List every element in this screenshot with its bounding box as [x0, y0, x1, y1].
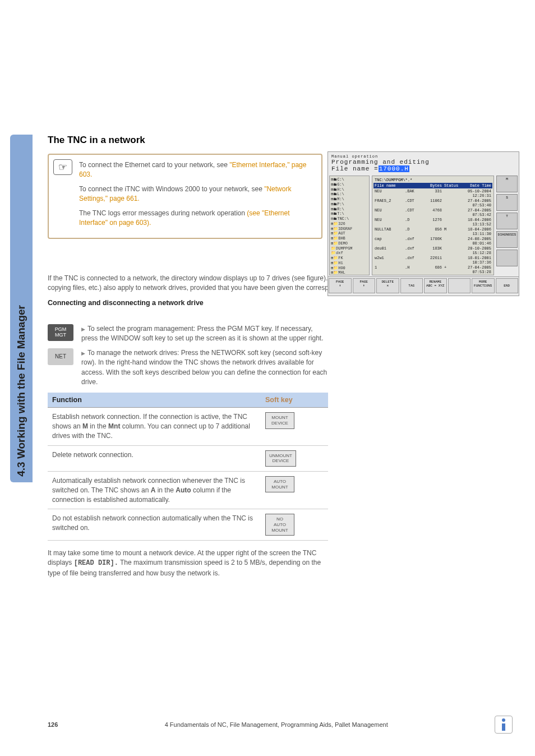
- sim-list-header: File name Bytes Status Date Time: [373, 183, 492, 188]
- note-para-1: To connect the Ethernet card to your net…: [79, 160, 315, 180]
- sim-side-button[interactable]: M: [496, 176, 518, 192]
- file-row[interactable]: deu01.dxf183K20-10-2005 15:12:28: [373, 246, 492, 255]
- note-para-2: To connect the iTNC with Windows 2000 to…: [79, 185, 315, 204]
- softkey-button[interactable]: AUTO MOUNT: [265, 476, 294, 492]
- function-table: Function Soft key Establish network conn…: [48, 393, 328, 541]
- tree-item[interactable]: ⊞🖿P:\: [331, 202, 368, 207]
- info-icon[interactable]: [495, 716, 513, 734]
- softkey-button[interactable]: MOUNT DEVICE: [265, 412, 294, 428]
- function-desc: Automatically establish network connecti…: [48, 471, 261, 509]
- sim-softkey[interactable]: MOREFUNCTIONS: [472, 278, 495, 293]
- softkey-cell: UNMOUNT DEVICE: [261, 445, 328, 471]
- sim-body: ⊞🖿C:\⊞🖿G:\⊞🖿H:\⊞🖿L:\⊞🖿M:\⊞🖿P:\⊞🖿R:\⊞🖿T:\…: [328, 174, 519, 276]
- step-text-1: To select the program management: Press …: [81, 324, 328, 344]
- tree-item[interactable]: ⊞🖿C:\: [331, 177, 368, 182]
- sim-side-button[interactable]: [496, 250, 518, 266]
- softkey-button[interactable]: UNMOUNT DEVICE: [265, 450, 296, 467]
- tree-item[interactable]: ⊞📁DEMO: [331, 241, 368, 246]
- file-row[interactable]: 1639.H7832K+12-07-2005 10:00:45: [373, 274, 492, 275]
- table-row: Delete network connection.UNMOUNT DEVICE: [48, 445, 328, 471]
- chapter-title: 4 Fundamentals of NC, File Management, P…: [165, 721, 388, 728]
- tree-item[interactable]: ⊞📁3DGRAF: [331, 227, 368, 232]
- softkey-button[interactable]: NO AUTO MOUNT: [265, 514, 294, 536]
- sim-softkey-row: PAGE⬆PAGE⬇DELETE✕TAGRENAMEABC = XYZMOREF…: [328, 276, 519, 294]
- tree-item[interactable]: ⊞📁MHL: [331, 270, 368, 275]
- tree-item[interactable]: ⊞🖿R:\: [331, 207, 368, 212]
- step-row-2: NET To manage the network drives: Press …: [48, 348, 328, 388]
- sim-softkey[interactable]: [448, 278, 471, 293]
- tree-item[interactable]: ⊞🖿T:\: [331, 211, 368, 216]
- main-content: The TNC in a network ☞ To connect the Et…: [48, 135, 322, 247]
- note-icon: ☞: [53, 159, 72, 175]
- table-row: Automatically establish network connecti…: [48, 471, 328, 509]
- sim-side-button[interactable]: S: [496, 194, 518, 211]
- file-row[interactable]: NEU.CDT476827-04-2005 07:53:42: [373, 208, 492, 217]
- tree-item[interactable]: ⊞📁FK: [331, 256, 368, 261]
- sim-softkey[interactable]: END: [496, 278, 519, 293]
- table-row: Do not establish network connection auto…: [48, 509, 328, 541]
- tree-item[interactable]: ⊞📁H90: [331, 266, 368, 271]
- step-row-1: PGM MGT To select the program management…: [48, 324, 328, 344]
- sim-directory-tree[interactable]: ⊞🖿C:\⊞🖿G:\⊞🖿H:\⊞🖿L:\⊞🖿M:\⊞🖿P:\⊞🖿R:\⊞🖿T:\…: [329, 176, 370, 275]
- tree-item[interactable]: ⊞📁BHB: [331, 236, 368, 241]
- softkey-cell: MOUNT DEVICE: [261, 408, 328, 445]
- sim-softkey[interactable]: RENAMEABC = XYZ: [424, 278, 447, 293]
- tree-item[interactable]: 📁DUMPPGM: [331, 246, 368, 251]
- tree-item[interactable]: 📁dxf: [331, 251, 368, 256]
- tnc-screenshot: Manual operation Programming and editing…: [328, 151, 519, 296]
- side-tab: 4.3 Working with the File Manager: [10, 135, 33, 482]
- sim-softkey[interactable]: PAGE⬇: [353, 278, 376, 293]
- sim-file-list[interactable]: TNC:\DUMPPGM\*.* File name Bytes Status …: [372, 176, 494, 275]
- table-row: Establish network connection. If the con…: [48, 408, 328, 445]
- file-row[interactable]: cap.dxf1786K24-08-2005 08:01:46: [373, 236, 492, 246]
- sim-softkey[interactable]: PAGE⬆: [329, 278, 352, 293]
- sim-path: TNC:\DUMPPGM\*.*: [373, 177, 492, 183]
- tree-item[interactable]: ⊟🖿TNC:\: [331, 216, 368, 222]
- tree-item[interactable]: ⊞🖿M:\: [331, 197, 368, 202]
- tree-item[interactable]: ⊞📁AUT: [331, 231, 368, 236]
- note-box: ☞ To connect the Ethernet card to your n…: [48, 154, 322, 239]
- softkey-cell: AUTO MOUNT: [261, 471, 328, 509]
- body-text-2: It may take some time to mount a network…: [48, 548, 328, 578]
- file-row[interactable]: NEU.BAK33105-10-2004 12:26:31: [373, 188, 492, 198]
- pgm-mgt-key[interactable]: PGM MGT: [48, 324, 73, 341]
- file-row[interactable]: NEU.D127618-04-2006 13:13:52: [373, 217, 492, 227]
- section-heading: The TNC in a network: [48, 135, 322, 146]
- side-tab-text: 4.3 Working with the File Manager: [15, 305, 27, 477]
- note-para-3: The TNC logs error messages during netwo…: [79, 209, 315, 228]
- function-desc: Do not establish network connection auto…: [48, 509, 261, 541]
- subheading: Connecting and disconnecting a network d…: [48, 299, 485, 307]
- page-footer: 126 4 Fundamentals of NC, File Managemen…: [48, 716, 513, 734]
- steps-block: PGM MGT To select the program management…: [48, 324, 328, 584]
- table-header-softkey: Soft key: [261, 393, 328, 408]
- function-desc: Establish network connection. If the con…: [48, 408, 261, 445]
- sim-softkey[interactable]: TAG: [400, 278, 423, 293]
- file-row[interactable]: FRAES_2.CDT1106227-04-2005 07:53:40: [373, 198, 492, 208]
- step-text-2: To manage the network drives: Press the …: [81, 348, 328, 388]
- function-desc: Delete network connection.: [48, 445, 261, 471]
- page-number: 126: [48, 721, 58, 728]
- file-row[interactable]: w2w1.dxf2261118-01-2001 10:37:36: [373, 255, 492, 265]
- tree-item[interactable]: ⊞🖿G:\: [331, 182, 368, 187]
- tree-item[interactable]: ⊞🖿L:\: [331, 192, 368, 197]
- tree-item[interactable]: ⊞🖿H:\: [331, 187, 368, 192]
- file-row[interactable]: NULLTAB.D856M18-04-2006 13:11:30: [373, 227, 492, 236]
- net-key[interactable]: NET: [48, 348, 73, 365]
- sim-softkey[interactable]: DELETE✕: [376, 278, 399, 293]
- sim-header: Manual operation Programming and editing…: [328, 152, 519, 174]
- file-row[interactable]: 1.H686+27-04-2005 07:53:28: [373, 265, 492, 274]
- tree-item[interactable]: ⊞📁H1: [331, 261, 368, 266]
- sim-sidebar: MSTDIAGNOSIS: [495, 174, 519, 276]
- softkey-cell: NO AUTO MOUNT: [261, 509, 328, 541]
- tree-item[interactable]: ⊞📁326: [331, 222, 368, 227]
- table-header-function: Function: [48, 393, 261, 408]
- sim-side-button[interactable]: DIAGNOSIS: [496, 231, 518, 248]
- sim-side-button[interactable]: T: [496, 213, 518, 229]
